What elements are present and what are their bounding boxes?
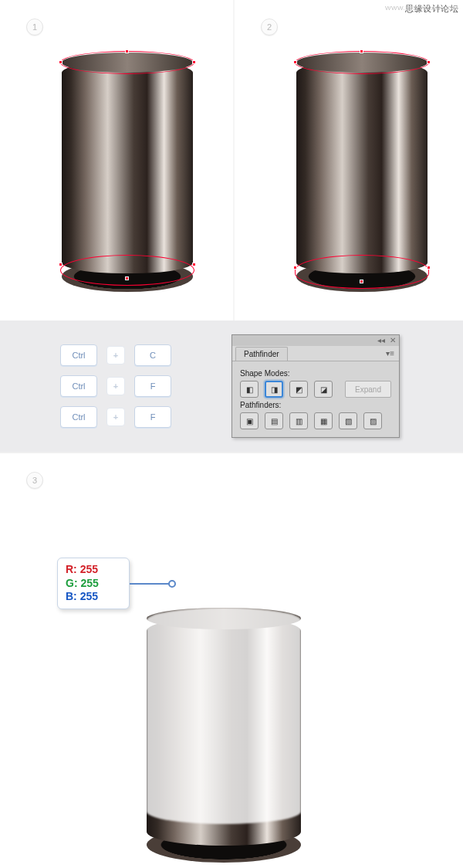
pathfinders-label: Pathfinders: <box>240 401 391 409</box>
rgb-callout: R: 255 G: 255 B: 255 <box>57 558 130 609</box>
key-f: F <box>134 406 171 428</box>
shapemode-exclude-icon[interactable]: ◪ <box>314 381 333 398</box>
pf-crop-icon[interactable]: ▦ <box>314 412 333 429</box>
rgb-b: B: 255 <box>66 590 121 604</box>
key-f: F <box>134 375 171 397</box>
shortcuts-and-pathfinder-band: Ctrl + C Ctrl + F Ctrl + F ◂◂ ✕ <box>0 320 463 452</box>
plus-icon: + <box>106 377 125 395</box>
key-c: C <box>134 344 171 366</box>
expand-button: Expand <box>345 381 391 398</box>
close-icon[interactable]: ✕ <box>390 337 396 344</box>
panel-menu-icon[interactable]: ▾≡ <box>381 349 399 358</box>
shape-modes-label: Shape Modes: <box>240 369 391 378</box>
key-ctrl: Ctrl <box>60 344 97 366</box>
pf-divide-icon[interactable]: ▣ <box>240 412 259 429</box>
selection-outline <box>60 51 194 74</box>
callout-line <box>130 583 170 585</box>
pathfinder-tab[interactable]: Pathfinder <box>235 347 288 361</box>
selection-outline <box>295 51 429 74</box>
shapemode-intersect-icon[interactable]: ◩ <box>289 381 308 398</box>
callout-dot <box>168 580 176 588</box>
collapse-icon[interactable]: ◂◂ <box>377 337 385 344</box>
pf-merge-icon[interactable]: ▥ <box>289 412 308 429</box>
step-1-panel: 1 <box>0 0 230 320</box>
key-ctrl: Ctrl <box>60 406 97 428</box>
rgb-r: R: 255 <box>66 563 121 577</box>
keyboard-shortcuts: Ctrl + C Ctrl + F Ctrl + F <box>0 320 231 452</box>
step-badge-2: 2 <box>261 19 278 36</box>
white-overlay-shape <box>147 608 301 824</box>
plus-icon: + <box>106 346 125 364</box>
step-badge-3: 3 <box>26 472 43 489</box>
pf-minus-back-icon[interactable]: ▨ <box>363 412 382 429</box>
watermark-en: WWW.MISSYUAN.COM <box>385 5 458 12</box>
selection-outline <box>60 255 194 286</box>
rgb-g: G: 255 <box>66 577 121 591</box>
cylinder-preview-1 <box>62 53 193 292</box>
plus-icon: + <box>106 408 125 426</box>
pathfinder-panel: ◂◂ ✕ Pathfinder ▾≡ Shape Modes: ◧ ◨ ◩ ◪ … <box>231 334 400 438</box>
step-3-panel: 3 R: 255 G: 255 B: 255 ◂◂ ✕ Appearance <box>0 452 463 868</box>
pf-outline-icon[interactable]: ▧ <box>339 412 357 429</box>
selection-outline <box>295 255 429 289</box>
shapemode-minus-front-icon[interactable]: ◨ <box>265 381 283 398</box>
steps-1-2-row: 1 思缘设计论坛 WWW.MISSYUAN.COM 2 <box>0 0 463 320</box>
pf-trim-icon[interactable]: ▤ <box>265 412 283 429</box>
step-2-panel: 思缘设计论坛 WWW.MISSYUAN.COM 2 <box>233 0 463 320</box>
key-ctrl: Ctrl <box>60 375 97 397</box>
step-badge-1: 1 <box>26 19 43 36</box>
shapemode-unite-icon[interactable]: ◧ <box>240 381 259 398</box>
cylinder-preview-2 <box>296 53 428 292</box>
